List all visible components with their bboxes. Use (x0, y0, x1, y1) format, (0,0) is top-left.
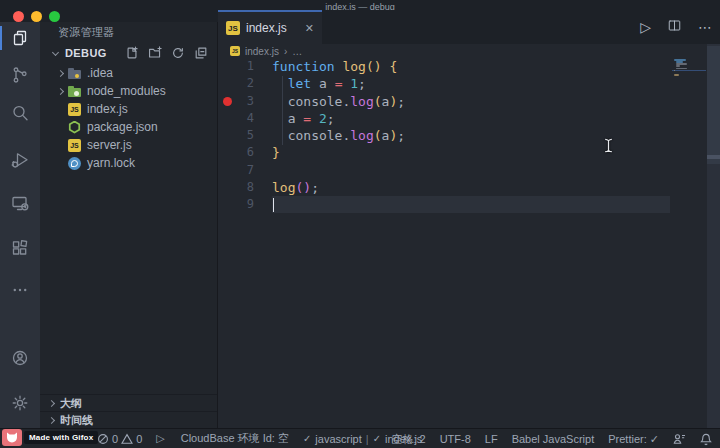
minimize-window-button[interactable] (31, 11, 42, 22)
run-code-button[interactable]: ▷ (156, 432, 164, 445)
sidebar-title: 资源管理器 (40, 22, 217, 43)
status-item-4[interactable]: Prettier: ✓ (608, 433, 659, 446)
code-token: ; (397, 94, 405, 109)
run-and-debug-icon[interactable] (0, 148, 40, 172)
file-name: server.js (87, 138, 132, 152)
file-name: package.json (87, 120, 158, 134)
new-folder-icon[interactable] (148, 46, 162, 60)
cloudbase-env-status[interactable]: CloudBase 环境 Id: 空 (181, 431, 289, 446)
tree-item-server.js[interactable]: JSserver.js (40, 136, 217, 154)
chevron-right-icon (57, 69, 64, 76)
close-window-button[interactable] (13, 11, 24, 22)
tree-item-package.json[interactable]: package.json (40, 118, 217, 136)
more-icon[interactable]: ⋯ (698, 19, 712, 35)
code-token: log (342, 59, 365, 74)
code-token (272, 76, 288, 91)
gifox-fox-icon (2, 429, 22, 446)
line-number[interactable]: 4 (218, 110, 258, 127)
new-file-icon[interactable] (125, 46, 139, 60)
settings-gear-icon[interactable] (0, 391, 40, 415)
breakpoint-dot[interactable] (223, 97, 232, 106)
split-editor-icon[interactable] (667, 18, 682, 37)
explorer-icon[interactable] (0, 26, 40, 50)
tree-item-.idea[interactable]: .idea (40, 64, 217, 82)
js-icon: JS (68, 139, 81, 152)
breadcrumb[interactable]: JS index.js › … (218, 44, 707, 58)
code-line[interactable]: a = 2; (272, 110, 405, 127)
line-number[interactable]: 8 (218, 179, 258, 196)
bell-icon[interactable] (700, 433, 712, 446)
file-name: node_modules (87, 84, 166, 98)
search-icon[interactable] (0, 101, 40, 125)
code-token: ; (358, 76, 366, 91)
line-number[interactable]: 9 (218, 196, 258, 213)
tree-item-index.js[interactable]: JSindex.js (40, 100, 217, 118)
watermark-text: Made with Gifox (24, 431, 98, 444)
breadcrumb-more[interactable]: … (292, 46, 302, 57)
code-line[interactable]: let a = 1; (272, 75, 405, 92)
line-number[interactable]: 6 (218, 144, 258, 161)
code-token: ; (397, 128, 405, 143)
scrollbar-thumb[interactable] (707, 46, 720, 164)
status-item-0[interactable]: 空格: 2 (391, 432, 425, 447)
problems-indicator[interactable]: 0 0 (97, 433, 142, 445)
folder-section-header[interactable]: DEBUG (40, 43, 217, 62)
explorer-sidebar: 资源管理器 DEBUG .ideanode_modulesJSindex.jsp… (40, 22, 218, 428)
chevron-right-icon (48, 399, 55, 406)
timeline-panel-label: 时间线 (60, 413, 93, 428)
code-line[interactable]: function log() { (272, 58, 405, 75)
line-number[interactable]: 2 (218, 75, 258, 92)
status-item-3[interactable]: Babel JavaScript (512, 433, 595, 445)
check-icon: ✓ (373, 433, 381, 444)
zoom-window-button[interactable] (49, 11, 60, 22)
run-icon[interactable]: ▷ (640, 19, 651, 35)
outline-panel-header[interactable]: 大纲 (40, 394, 217, 411)
code-line[interactable] (272, 196, 405, 213)
tree-item-yarn.lock[interactable]: yarn.lock (40, 154, 217, 172)
status-item-1[interactable]: UTF-8 (440, 433, 471, 445)
more-actions-icon[interactable] (0, 278, 40, 302)
language-label[interactable]: javascript (315, 433, 361, 445)
extensions-icon[interactable] (0, 236, 40, 260)
breadcrumb-separator: › (284, 46, 287, 57)
code-editor[interactable]: 123456789 function log() { let a = 1; co… (218, 58, 707, 428)
status-item-2[interactable]: LF (485, 433, 498, 445)
js-file-icon: JS (226, 21, 240, 35)
code-token: ; (311, 180, 319, 195)
overview-ruler-mark (707, 155, 720, 159)
collapse-all-icon[interactable] (194, 46, 208, 60)
remote-explorer-icon[interactable] (0, 191, 40, 215)
code-token: ( (374, 94, 382, 109)
refresh-icon[interactable] (171, 46, 185, 60)
close-tab-icon[interactable]: ✕ (305, 22, 314, 35)
code-line[interactable]: console.log(a); (272, 93, 405, 110)
code-line[interactable]: console.log(a); (272, 127, 405, 144)
code-lines[interactable]: function log() { let a = 1; console.log(… (272, 58, 405, 214)
code-token: console (288, 94, 343, 109)
code-token: let (288, 76, 311, 91)
editor-actions: ▷⋯ (640, 10, 712, 44)
breadcrumb-file[interactable]: index.js (245, 46, 279, 57)
line-number[interactable]: 1 (218, 58, 258, 75)
line-number[interactable]: 5 (218, 127, 258, 144)
editor-gutter[interactable]: 123456789 (218, 58, 258, 214)
outline-panel-label: 大纲 (60, 396, 82, 411)
minimap[interactable] (672, 58, 707, 428)
source-control-icon[interactable] (0, 63, 40, 87)
code-line[interactable]: } (272, 144, 405, 161)
timeline-panel-header[interactable]: 时间线 (40, 411, 217, 428)
account-icon[interactable] (0, 346, 40, 370)
minimap-line-mark (676, 65, 681, 67)
tree-item-node_modules[interactable]: node_modules (40, 82, 217, 100)
warning-icon (121, 433, 133, 445)
code-line[interactable] (272, 162, 405, 179)
code-line[interactable]: log(); (272, 179, 405, 196)
vertical-scrollbar[interactable] (707, 44, 720, 428)
feedback-icon (673, 433, 686, 445)
tab-index-js[interactable]: JS index.js ✕ (218, 10, 322, 44)
separator: | (366, 433, 369, 445)
line-number[interactable]: 7 (218, 162, 258, 179)
window-controls (13, 11, 60, 22)
folder-badge (74, 91, 79, 96)
check-icon: ✓ (303, 433, 311, 444)
